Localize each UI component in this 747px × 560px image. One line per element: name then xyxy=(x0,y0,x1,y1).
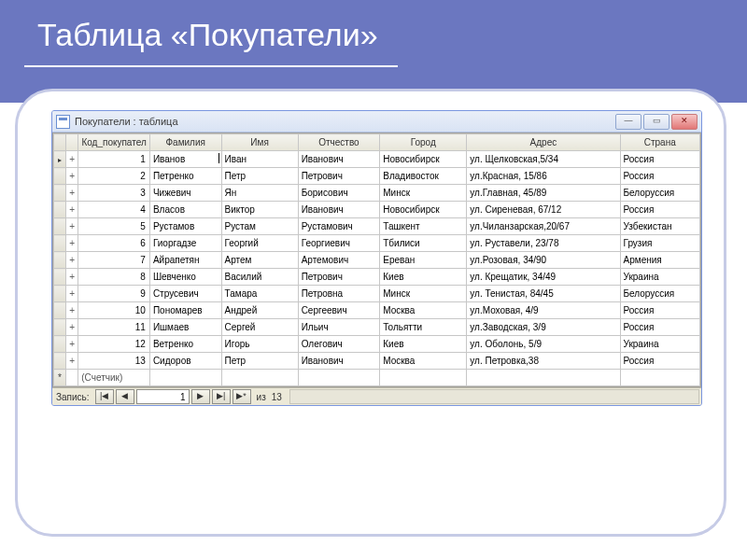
table-row[interactable]: +10ПономаревАндрейСергеевичМоскваул.Мохо… xyxy=(54,302,700,319)
cell-adres[interactable]: ул. Крещатик, 34/49 xyxy=(467,269,620,286)
cell-strana[interactable]: Россия xyxy=(620,319,699,336)
cell-familia[interactable]: Пономарев xyxy=(149,302,221,319)
table-row[interactable]: +12ВетренкоИгорьОлеговичКиевул. Оболонь,… xyxy=(54,336,700,353)
expand-toggle[interactable]: + xyxy=(66,218,78,235)
cell-gorod[interactable] xyxy=(380,370,467,386)
col-strana[interactable]: Страна xyxy=(620,134,699,151)
cell-gorod[interactable]: Минск xyxy=(380,185,467,202)
cell-otch[interactable]: Иванович xyxy=(298,151,380,168)
cell-gorod[interactable]: Тбилиси xyxy=(380,235,467,252)
cell-strana[interactable]: Грузия xyxy=(620,235,699,252)
col-familia[interactable]: Фамилия xyxy=(149,134,221,151)
nav-first-button[interactable]: |◀ xyxy=(95,389,114,404)
expand-toggle[interactable]: + xyxy=(66,336,78,353)
cell-familia[interactable]: Ветренко xyxy=(149,336,221,353)
expand-toggle[interactable]: + xyxy=(66,286,78,302)
table-row[interactable]: +1ИвановИванИвановичНовосибирскул. Щелко… xyxy=(54,151,700,168)
cell-familia[interactable]: Айрапетян xyxy=(149,252,221,269)
cell-gorod[interactable]: Минск xyxy=(380,286,467,302)
cell-gorod[interactable]: Владивосток xyxy=(380,168,467,185)
cell-gorod[interactable]: Москва xyxy=(380,302,467,319)
maximize-button[interactable]: ▭ xyxy=(643,114,669,130)
cell-strana[interactable]: Узбекистан xyxy=(620,218,699,235)
cell-otch[interactable]: Олегович xyxy=(298,336,380,353)
cell-imya[interactable]: Андрей xyxy=(221,302,298,319)
table-row[interactable]: +11ИшмаевСергейИльичТольяттиул.Заводская… xyxy=(54,319,700,336)
col-adres[interactable]: Адрес xyxy=(467,134,620,151)
cell-otch[interactable]: Ильич xyxy=(298,319,380,336)
cell-strana[interactable] xyxy=(620,370,699,386)
cell-familia[interactable]: Иванов xyxy=(149,151,221,168)
cell-gorod[interactable]: Тольятти xyxy=(380,319,467,336)
cell-adres[interactable]: ул. Петровка,38 xyxy=(467,353,620,370)
cell-strana[interactable]: Белоруссия xyxy=(620,286,699,302)
cell-code[interactable]: 2 xyxy=(78,168,150,185)
cell-strana[interactable]: Россия xyxy=(620,353,699,370)
cell-otch[interactable]: Иванович xyxy=(298,353,380,370)
expand-toggle[interactable]: + xyxy=(66,202,78,218)
cell-adres[interactable]: ул.Главная, 45/89 xyxy=(467,185,620,202)
cell-adres[interactable]: ул. Оболонь, 5/9 xyxy=(467,336,620,353)
cell-adres[interactable] xyxy=(467,370,620,386)
cell-code[interactable]: 5 xyxy=(78,218,150,235)
cell-familia[interactable] xyxy=(149,370,221,386)
cell-adres[interactable]: ул. Щелковская,5/34 xyxy=(467,151,620,168)
expand-toggle[interactable]: + xyxy=(66,302,78,319)
cell-familia[interactable]: Чижевич xyxy=(149,185,221,202)
expand-toggle[interactable]: + xyxy=(66,185,78,202)
row-selector[interactable] xyxy=(54,151,66,168)
cell-imya[interactable]: Петр xyxy=(221,353,298,370)
cell-imya[interactable] xyxy=(221,370,298,386)
nav-next-button[interactable]: ▶ xyxy=(191,389,210,404)
cell-imya[interactable]: Иван xyxy=(221,151,298,168)
cell-otch[interactable] xyxy=(298,370,380,386)
cell-familia[interactable]: Ишмаев xyxy=(149,319,221,336)
col-imya[interactable]: Имя xyxy=(221,134,298,151)
cell-code[interactable]: 13 xyxy=(78,353,150,370)
cell-adres[interactable]: ул.Заводская, 3/9 xyxy=(467,319,620,336)
cell-strana[interactable]: Россия xyxy=(620,151,699,168)
cell-adres[interactable]: ул. Тенистая, 84/45 xyxy=(467,286,620,302)
cell-code[interactable]: 4 xyxy=(78,202,150,218)
cell-gorod[interactable]: Новосибирск xyxy=(380,151,467,168)
cell-code[interactable]: 8 xyxy=(78,269,150,286)
expand-toggle[interactable]: + xyxy=(66,353,78,370)
expand-toggle[interactable]: + xyxy=(66,168,78,185)
cell-code[interactable]: (Счетчик) xyxy=(78,370,150,386)
cell-code[interactable]: 7 xyxy=(78,252,150,269)
cell-imya[interactable]: Игорь xyxy=(221,336,298,353)
row-selector[interactable] xyxy=(54,319,66,336)
cell-adres[interactable]: ул. Руставели, 23/78 xyxy=(467,235,620,252)
row-selector[interactable] xyxy=(54,202,66,218)
cell-code[interactable]: 11 xyxy=(78,319,150,336)
cell-adres[interactable]: ул.Чиланзарская,20/67 xyxy=(467,218,620,235)
row-selector[interactable] xyxy=(54,269,66,286)
cell-imya[interactable]: Ян xyxy=(221,185,298,202)
nav-prev-button[interactable]: ◀ xyxy=(116,389,134,404)
table-row[interactable]: +6ГиоргадзеГеоргийГеоргиевичТбилисиул. Р… xyxy=(54,235,700,252)
cell-adres[interactable]: ул. Сиреневая, 67/12 xyxy=(467,202,620,218)
row-selector[interactable] xyxy=(54,302,66,319)
cell-otch[interactable]: Рустамович xyxy=(298,218,380,235)
cell-adres[interactable]: ул.Красная, 15/86 xyxy=(467,168,620,185)
cell-imya[interactable]: Василий xyxy=(221,269,298,286)
row-selector[interactable] xyxy=(54,218,66,235)
table-row[interactable]: +7АйрапетянАртемАртемовичЕреванул.Розова… xyxy=(54,252,700,269)
nav-last-button[interactable]: ▶| xyxy=(212,389,231,404)
cell-otch[interactable]: Борисович xyxy=(298,185,380,202)
nav-new-button[interactable]: ▶* xyxy=(233,389,251,404)
table-row[interactable]: +2ПетренкоПетрПетровичВладивостокул.Крас… xyxy=(54,168,700,185)
cell-otch[interactable]: Артемович xyxy=(298,252,380,269)
cell-otch[interactable]: Георгиевич xyxy=(298,235,380,252)
cell-imya[interactable]: Петр xyxy=(221,168,298,185)
cell-imya[interactable]: Рустам xyxy=(221,218,298,235)
row-selector-header[interactable] xyxy=(54,134,66,151)
row-selector[interactable] xyxy=(54,353,66,370)
cell-code[interactable]: 10 xyxy=(78,302,150,319)
cell-gorod[interactable]: Ташкент xyxy=(380,218,467,235)
table-row[interactable]: +5РустамовРустамРустамовичТашкентул.Чила… xyxy=(54,218,700,235)
expand-toggle[interactable]: + xyxy=(66,235,78,252)
cell-gorod[interactable]: Ереван xyxy=(380,252,467,269)
cell-otch[interactable]: Иванович xyxy=(298,202,380,218)
row-selector[interactable] xyxy=(54,168,66,185)
